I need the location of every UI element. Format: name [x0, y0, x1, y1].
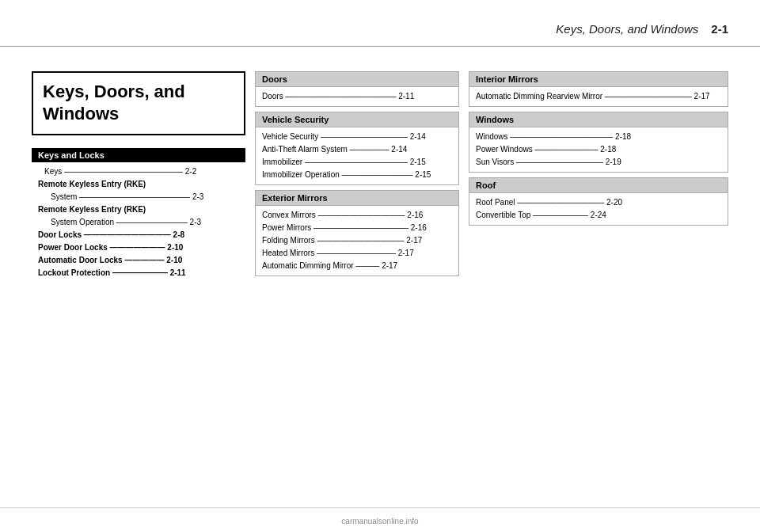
header-title: Keys, Doors, and Windows [556, 22, 698, 36]
toc-item: Anti-Theft Alarm System ————— 2-14 [262, 143, 452, 156]
toc-item: Door Locks ——————————— 2-8 [32, 229, 245, 241]
toc-item: Convertible Top ——————— 2-24 [476, 209, 721, 222]
toc-item: Power Mirrors ———————————— 2-16 [262, 222, 452, 234]
toc-item: Keys ——————————————— 2-2 [32, 165, 245, 178]
header-page-number: 2-1 [711, 22, 728, 36]
toc-item: Automatic Dimming Mirror ——— 2-17 [262, 260, 452, 272]
chapter-title-box: Keys, Doors, and Windows [32, 71, 245, 135]
toc-item: Roof Panel ——————————— 2-20 [476, 196, 721, 209]
windows-section: Windows Windows ————————————— 2-18 Power… [469, 112, 728, 173]
watermark: carmanualsonline.info [341, 517, 418, 526]
toc-item: Remote Keyless Entry (RKE) [32, 203, 245, 216]
content-area: Keys, Doors, and Windows Keys and Locks … [32, 71, 728, 500]
left-panel: Keys, Doors, and Windows Keys and Locks … [32, 71, 245, 500]
toc-item: Power Windows ———————— 2-18 [476, 143, 721, 156]
toc-item: Power Door Locks ——————— 2-10 [32, 241, 245, 254]
toc-item: Immobilizer Operation ————————— 2-15 [262, 169, 452, 181]
chapter-title: Keys, Doors, and Windows [43, 81, 234, 124]
toc-item: Windows ————————————— 2-18 [476, 131, 721, 143]
doors-content: Doors —————————————— 2-11 [256, 87, 458, 106]
toc-item: Lockout Protection ——————— 2-11 [32, 267, 245, 279]
interior-mirrors-section: Interior Mirrors Automatic Dimming Rearv… [469, 71, 728, 107]
roof-section: Roof Roof Panel ——————————— 2-20 Convert… [469, 177, 728, 226]
toc-item: Automatic Dimming Rearview Mirror ——————… [476, 90, 721, 103]
toc-item: Folding Mirrors ——————————— 2-17 [262, 234, 452, 247]
doors-section: Doors Doors —————————————— 2-11 [255, 71, 459, 107]
exterior-mirrors-content: Convex Mirrors ——————————— 2-16 Power Mi… [256, 206, 458, 276]
vehicle-security-section: Vehicle Security Vehicle Security ——————… [255, 112, 459, 185]
toc-item: Heated Mirrors —————————— 2-17 [262, 247, 452, 260]
roof-content: Roof Panel ——————————— 2-20 Convertible … [469, 193, 728, 225]
roof-header: Roof [469, 178, 728, 193]
page-header: Keys, Doors, and Windows 2-1 [556, 22, 728, 36]
toc-item: System —————————————— 2-3 [32, 191, 245, 203]
windows-content: Windows ————————————— 2-18 Power Windows… [469, 127, 728, 172]
toc-item: Convex Mirrors ——————————— 2-16 [262, 209, 452, 222]
interior-mirrors-header: Interior Mirrors [469, 72, 728, 87]
doors-header: Doors [256, 72, 458, 87]
toc-item: Doors —————————————— 2-11 [262, 90, 452, 103]
toc-item: Immobilizer ————————————— 2-15 [262, 156, 452, 169]
windows-header: Windows [469, 112, 728, 127]
header-rule [0, 46, 760, 47]
toc-item: Vehicle Security ——————————— 2-14 [262, 131, 452, 143]
toc-item: Automatic Door Locks ————— 2-10 [32, 254, 245, 267]
right-panel: Interior Mirrors Automatic Dimming Rearv… [459, 71, 728, 500]
toc-item: System Operation ————————— 2-3 [32, 216, 245, 229]
keys-locks-header: Keys and Locks [32, 148, 245, 162]
exterior-mirrors-header: Exterior Mirrors [256, 191, 458, 206]
interior-mirrors-content: Automatic Dimming Rearview Mirror ——————… [469, 87, 728, 106]
page-bottom-line [0, 507, 760, 508]
vehicle-security-content: Vehicle Security ——————————— 2-14 Anti-T… [256, 127, 458, 184]
exterior-mirrors-section: Exterior Mirrors Convex Mirrors ————————… [255, 190, 459, 276]
toc-item: Remote Keyless Entry (RKE) [32, 178, 245, 191]
toc-item: Sun Visors ——————————— 2-19 [476, 156, 721, 169]
middle-panel: Doors Doors —————————————— 2-11 Vehicle … [245, 71, 459, 500]
vehicle-security-header: Vehicle Security [256, 112, 458, 127]
